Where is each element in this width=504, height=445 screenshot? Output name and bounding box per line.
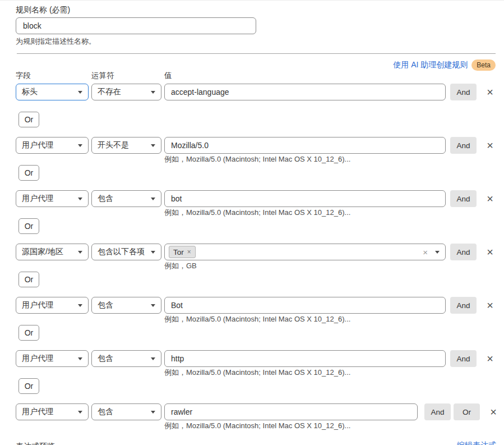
and-button[interactable]: And — [450, 244, 477, 260]
chevron-down-icon — [151, 304, 155, 307]
operator-select[interactable]: 不存在 — [91, 84, 161, 100]
or-button[interactable]: Or — [19, 165, 39, 181]
operator-select-value: 包含 — [98, 300, 113, 310]
field-select[interactable]: 用户代理 — [16, 190, 89, 207]
ai-assistant-link[interactable]: 使用 AI 助理创建规则 — [393, 60, 468, 70]
field-select-value: 用户代理 — [22, 354, 53, 364]
condition-block: 用户代理 包含 And × 例如，Mozilla/5.0 (Macintosh;… — [16, 297, 504, 341]
delete-condition-icon[interactable]: × — [484, 85, 496, 99]
expression-preview-label: 表达式预览 — [16, 442, 55, 445]
delete-condition-icon[interactable]: × — [484, 299, 496, 312]
value-hint: 例如，Mozilla/5.0 (Macintosh; Intel Mac OS … — [16, 421, 504, 430]
condition-block: 用户代理 开头不是 And × 例如，Mozilla/5.0 (Macintos… — [16, 137, 504, 181]
chevron-down-icon — [151, 251, 155, 254]
and-button[interactable]: And — [450, 297, 477, 314]
value-hint: 例如，Mozilla/5.0 (Macintosh; Intel Mac OS … — [16, 208, 504, 217]
value-hint — [16, 102, 504, 111]
and-button[interactable]: And — [450, 190, 477, 207]
expression-builder: 字段 运算符 值 标头 不存在 And × Or — [0, 71, 504, 430]
condition-row: 标头 不存在 And × — [16, 84, 504, 100]
operator-select-value: 包含 — [98, 194, 113, 204]
remove-tag-icon[interactable]: × — [187, 249, 191, 255]
or-button[interactable]: Or — [19, 272, 39, 287]
field-select-value: 用户代理 — [22, 300, 53, 310]
field-select[interactable]: 用户代理 — [16, 350, 89, 367]
condition-block: 标头 不存在 And × Or — [16, 84, 504, 127]
operator-column-header: 运算符 — [91, 71, 164, 80]
or-button[interactable]: Or — [454, 403, 480, 420]
operator-select[interactable]: 包含 — [91, 403, 161, 420]
value-input[interactable] — [164, 137, 446, 154]
delete-condition-icon[interactable]: × — [484, 245, 496, 259]
selected-country-tag-label: Tor — [173, 248, 184, 256]
value-column-header: 值 — [164, 71, 172, 80]
or-button[interactable]: Or — [19, 378, 39, 394]
field-select-value: 用户代理 — [22, 407, 53, 417]
delete-condition-icon[interactable]: × — [484, 352, 496, 365]
value-input[interactable] — [164, 403, 418, 420]
field-select-value: 用户代理 — [22, 194, 53, 204]
operator-select[interactable]: 包含 — [91, 190, 161, 207]
condition-row: 用户代理 开头不是 And × — [16, 137, 504, 154]
condition-row: 用户代理 包含 And Or × — [16, 403, 504, 420]
condition-row: 用户代理 包含 And × — [16, 350, 504, 367]
chevron-down-icon — [78, 144, 82, 147]
condition-block: 源国家/地区 包含以下各项 Tor × × And × — [16, 244, 504, 287]
condition-block: 用户代理 包含 And × 例如，Mozilla/5.0 (Macintosh;… — [16, 350, 504, 394]
rule-name-label: 规则名称 (必需) — [16, 5, 504, 14]
condition-row: 用户代理 包含 And × — [16, 190, 504, 207]
or-button[interactable]: Or — [19, 112, 39, 127]
chevron-down-icon — [78, 304, 82, 307]
field-select-value: 标头 — [22, 87, 38, 97]
rule-builder-page: 规则名称 (必需) 为规则指定描述性名称。 使用 AI 助理创建规则 Beta … — [0, 0, 504, 445]
chevron-down-icon — [78, 91, 82, 94]
operator-select[interactable]: 包含 — [91, 350, 161, 367]
chevron-down-icon — [151, 144, 155, 147]
chevron-down-icon — [151, 198, 155, 200]
chevron-down-icon[interactable] — [435, 251, 440, 254]
value-hint: 例如，GB — [16, 262, 504, 270]
value-input[interactable] — [164, 350, 446, 367]
operator-select-value: 不存在 — [98, 87, 121, 97]
operator-select[interactable]: 包含以下各项 — [91, 244, 161, 260]
chevron-down-icon — [78, 198, 82, 200]
field-select-value: 源国家/地区 — [22, 247, 63, 257]
clear-selection-icon[interactable]: × — [423, 248, 428, 256]
rule-name-input[interactable] — [16, 17, 256, 34]
operator-select[interactable]: 包含 — [91, 297, 161, 314]
field-select-value: 用户代理 — [22, 140, 53, 150]
beta-badge: Beta — [471, 59, 496, 71]
field-select[interactable]: 用户代理 — [16, 403, 89, 420]
field-select[interactable]: 用户代理 — [16, 297, 89, 314]
delete-condition-icon[interactable]: × — [487, 405, 500, 419]
value-hint: 例如，Mozilla/5.0 (Macintosh; Intel Mac OS … — [16, 155, 504, 164]
or-button[interactable]: Or — [19, 325, 39, 341]
operator-select-value: 开头不是 — [98, 140, 129, 150]
value-input[interactable] — [164, 190, 446, 207]
column-headers: 字段 运算符 值 — [16, 71, 504, 80]
rule-name-section: 规则名称 (必需) 为规则指定描述性名称。 — [0, 1, 504, 45]
chevron-down-icon — [78, 411, 82, 414]
and-button[interactable]: And — [450, 84, 477, 100]
condition-block: 用户代理 包含 And Or × 例如，Mozilla/5.0 (Macinto… — [16, 403, 504, 430]
delete-condition-icon[interactable]: × — [484, 192, 496, 205]
delete-condition-icon[interactable]: × — [484, 139, 496, 152]
country-multiselect[interactable]: Tor × × — [164, 244, 446, 260]
ai-assistant-row: 使用 AI 助理创建规则 Beta — [0, 54, 504, 71]
chevron-down-icon — [151, 411, 155, 414]
and-button[interactable]: And — [450, 137, 477, 154]
or-button[interactable]: Or — [19, 218, 39, 234]
edit-expression-link[interactable]: 编辑表达式 — [457, 441, 496, 445]
chevron-down-icon — [151, 91, 155, 94]
chevron-down-icon — [78, 251, 82, 254]
value-input[interactable] — [164, 84, 446, 100]
value-input[interactable] — [164, 297, 446, 314]
field-select[interactable]: 用户代理 — [16, 137, 89, 154]
chevron-down-icon — [78, 357, 82, 360]
field-select[interactable]: 标头 — [16, 84, 89, 100]
operator-select[interactable]: 开头不是 — [91, 137, 161, 154]
value-hint: 例如，Mozilla/5.0 (Macintosh; Intel Mac OS … — [16, 368, 504, 377]
and-button[interactable]: And — [450, 350, 477, 367]
and-button[interactable]: And — [424, 403, 451, 420]
field-select[interactable]: 源国家/地区 — [16, 244, 89, 260]
